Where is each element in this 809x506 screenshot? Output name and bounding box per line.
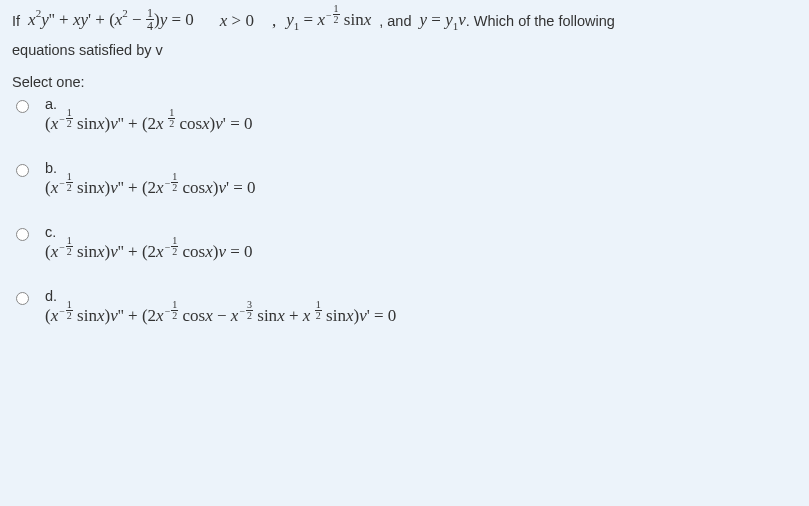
radio-icon[interactable] xyxy=(16,164,29,177)
if-text: If xyxy=(12,13,20,29)
option-c-equation: (x−12 sinx)v'' + (2x−12 cosx)v = 0 xyxy=(45,242,797,282)
y1-def: y1 = x−12 sinx xyxy=(286,10,371,31)
option-b-label: b. xyxy=(45,160,797,176)
tail-text: . Which of the following xyxy=(466,13,615,29)
select-one-label: Select one: xyxy=(12,74,797,90)
and-text: , and xyxy=(379,13,411,29)
main-equation: x2y'' + xy' + (x2 − 14)y = 0 xyxy=(28,8,194,33)
option-c-label: c. xyxy=(45,224,797,240)
option-d-label: d. xyxy=(45,288,797,304)
option-a-label: a. xyxy=(45,96,797,112)
y-def: y = y1v xyxy=(420,10,466,31)
radio-icon[interactable] xyxy=(16,292,29,305)
option-a[interactable]: a. (x−12 sinx)v'' + (2x 12 cosx)v' = 0 xyxy=(12,96,797,154)
comma-1: , xyxy=(272,11,276,31)
option-b[interactable]: b. (x−12 sinx)v'' + (2x−12 cosx)v' = 0 xyxy=(12,160,797,218)
option-d-equation: (x−12 sinx)v'' + (2x−12 cosx − x−32 sinx… xyxy=(45,306,797,346)
option-a-equation: (x−12 sinx)v'' + (2x 12 cosx)v' = 0 xyxy=(45,114,797,154)
cond-xgt0: x > 0 xyxy=(220,11,254,31)
option-c[interactable]: c. (x−12 sinx)v'' + (2x−12 cosx)v = 0 xyxy=(12,224,797,282)
option-b-equation: (x−12 sinx)v'' + (2x−12 cosx)v' = 0 xyxy=(45,178,797,218)
question-line-2: equations satisfied by v xyxy=(12,42,797,58)
radio-icon[interactable] xyxy=(16,228,29,241)
radio-icon[interactable] xyxy=(16,100,29,113)
question-line-1: If x2y'' + xy' + (x2 − 14)y = 0 x > 0 , … xyxy=(12,8,797,44)
option-d[interactable]: d. (x−12 sinx)v'' + (2x−12 cosx − x−32 s… xyxy=(12,288,797,346)
